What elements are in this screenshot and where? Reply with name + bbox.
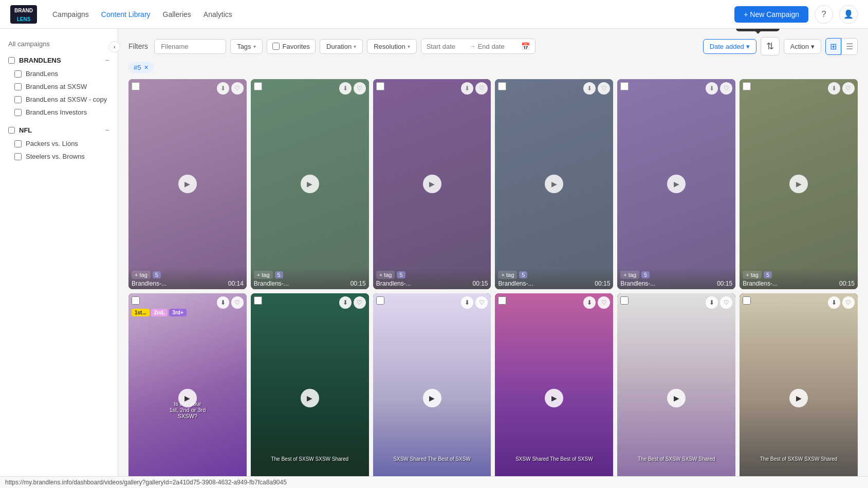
download-button[interactable]: ⬇ xyxy=(461,296,473,309)
favorite-button[interactable]: ♡ xyxy=(354,82,366,95)
new-campaign-button[interactable]: + New Campaign xyxy=(734,6,808,23)
favorite-button[interactable]: ♡ xyxy=(354,296,366,309)
video-card[interactable]: ⬇ ♡ ▶ + tag 5 Brandlens-... 00:15 xyxy=(373,79,491,289)
sidebar-item-brandlens-checkbox[interactable] xyxy=(14,70,22,78)
add-tag-button[interactable]: + tag xyxy=(743,271,762,279)
play-button[interactable]: ▶ xyxy=(301,175,319,193)
add-tag-button[interactable]: + tag xyxy=(620,271,639,279)
sidebar-group-nfl-checkbox[interactable] xyxy=(8,127,15,134)
favorite-button[interactable]: ♡ xyxy=(475,296,488,309)
download-button[interactable]: ⬇ xyxy=(339,82,352,95)
favorite-button[interactable]: ♡ xyxy=(842,296,855,309)
sidebar-item-brandlens-investors-checkbox[interactable] xyxy=(14,109,22,116)
video-card[interactable]: ⬇ ♡ ▶ + tag 5 Brandlens-... 00:15 xyxy=(495,79,613,289)
video-card[interactable]: ⬇ ♡ ▶ SXSW Shared The Best of SXSW + tag… xyxy=(373,293,491,488)
video-card[interactable]: ⬇ ♡ ▶ + tag 5 Brandlens-... 00:15 xyxy=(251,79,369,289)
play-button[interactable]: ▶ xyxy=(178,389,197,407)
add-tag-button[interactable]: + tag xyxy=(254,271,273,279)
favorite-button[interactable]: ♡ xyxy=(598,296,610,309)
card-checkbox[interactable] xyxy=(132,82,140,90)
start-date-input[interactable] xyxy=(427,43,468,50)
sidebar-group-brandlens-checkbox[interactable] xyxy=(8,57,15,64)
sort-order-button[interactable]: ⇅ xyxy=(761,37,780,55)
play-button[interactable]: ▶ xyxy=(789,175,808,193)
resolution-filter-button[interactable]: Resolution ▾ xyxy=(367,39,416,54)
card-checkbox[interactable] xyxy=(498,296,506,305)
favorite-button[interactable]: ♡ xyxy=(475,82,488,95)
video-card[interactable]: ⬇ ♡ ▶ SXSW Shared The Best of SXSW + tag… xyxy=(495,293,613,488)
sidebar-item-brandlens-sxsw-copy-checkbox[interactable] xyxy=(14,96,22,103)
favorites-filter-button[interactable]: Favorites xyxy=(267,39,316,54)
download-button[interactable]: ⬇ xyxy=(706,82,718,95)
duration-filter-button[interactable]: Duration ▾ xyxy=(320,39,363,54)
favorite-button[interactable]: ♡ xyxy=(231,296,244,309)
sidebar-group-nfl-header[interactable]: NFL − xyxy=(0,123,118,137)
sidebar-item-steelers-browns[interactable]: Steelers vs. Browns xyxy=(0,150,118,163)
video-card[interactable]: ⬇ ♡ 1st... 2nd. 3rd+ Is this your1st, 2n… xyxy=(128,293,247,488)
play-button[interactable]: ▶ xyxy=(789,389,808,407)
favorite-button[interactable]: ♡ xyxy=(720,82,732,95)
download-button[interactable]: ⬇ xyxy=(706,296,718,309)
download-button[interactable]: ⬇ xyxy=(583,82,596,95)
video-card[interactable]: ⬇ ♡ ▶ + tag 5 Brandlens-... 00:15 xyxy=(617,79,735,289)
filename-input[interactable] xyxy=(154,39,226,54)
download-button[interactable]: ⬇ xyxy=(217,296,229,309)
list-view-button[interactable]: ☰ xyxy=(841,38,858,55)
play-button[interactable]: ▶ xyxy=(667,175,686,193)
download-button[interactable]: ⬇ xyxy=(583,296,596,309)
favorite-button[interactable]: ♡ xyxy=(598,82,610,95)
video-card[interactable]: ⬇ ♡ ▶ The Best of SXSW SXSW Shared + tag… xyxy=(251,293,369,488)
grid-view-button[interactable]: ⊞ xyxy=(825,38,841,55)
sidebar-item-brandlens-sxsw-copy[interactable]: BrandLens at SXSW - copy xyxy=(0,93,118,106)
card-checkbox[interactable] xyxy=(620,296,629,305)
card-checkbox[interactable] xyxy=(254,296,262,305)
video-card[interactable]: ⬇ ♡ ▶ + tag 5 Brandlens-... 00:14 xyxy=(128,79,247,289)
nav-analytics[interactable]: Analytics xyxy=(204,10,232,18)
add-tag-button[interactable]: + tag xyxy=(498,271,517,279)
calendar-icon[interactable]: 📅 xyxy=(521,42,530,50)
action-button[interactable]: Action ▾ xyxy=(784,39,821,54)
download-button[interactable]: ⬇ xyxy=(828,296,840,309)
nav-content-library[interactable]: Content Library xyxy=(101,10,151,18)
favorite-button[interactable]: ♡ xyxy=(231,82,244,95)
add-tag-button[interactable]: + tag xyxy=(132,271,151,279)
play-button[interactable]: ▶ xyxy=(545,389,563,407)
card-checkbox[interactable] xyxy=(743,82,751,90)
play-button[interactable]: ▶ xyxy=(545,175,563,193)
sidebar-item-brandlens-sxsw-checkbox[interactable] xyxy=(14,83,22,90)
card-checkbox[interactable] xyxy=(743,296,751,305)
play-button[interactable]: ▶ xyxy=(301,389,319,407)
sidebar-item-brandlens-sxsw[interactable]: BrandLens at SXSW xyxy=(0,80,118,93)
sidebar-item-steelers-browns-checkbox[interactable] xyxy=(14,153,22,160)
favorite-button[interactable]: ♡ xyxy=(842,82,855,95)
play-button[interactable]: ▶ xyxy=(423,389,441,407)
date-added-sort-button[interactable]: Date added ▾ xyxy=(703,39,756,54)
favorite-button[interactable]: ♡ xyxy=(720,296,732,309)
card-checkbox[interactable] xyxy=(376,82,384,90)
download-button[interactable]: ⬇ xyxy=(339,296,352,309)
card-checkbox[interactable] xyxy=(376,296,384,305)
nav-galleries[interactable]: Galleries xyxy=(163,10,191,18)
favorites-checkbox[interactable] xyxy=(272,43,280,50)
download-button[interactable]: ⬇ xyxy=(217,82,229,95)
sidebar-item-brandlens[interactable]: BrandLens xyxy=(0,67,118,80)
sidebar-group-brandlens-header[interactable]: BRANDLENS − xyxy=(0,53,118,67)
end-date-input[interactable] xyxy=(478,43,519,50)
video-card[interactable]: ⬇ ♡ ▶ The Best of SXSW SXSW Shared + tag… xyxy=(617,293,735,488)
profile-button[interactable]: 👤 xyxy=(839,5,858,24)
filter-tag-close-btn[interactable]: × xyxy=(144,63,148,71)
video-card[interactable]: ⬇ ♡ ▶ The Best of SXSW SXSW Shared + tag… xyxy=(740,293,858,488)
video-card[interactable]: ⬇ ♡ ▶ + tag 5 Brandlens-... 00:15 xyxy=(740,79,858,289)
tags-filter-button[interactable]: Tags ▾ xyxy=(230,39,262,54)
nav-campaigns[interactable]: Campaigns xyxy=(52,10,89,18)
add-tag-button[interactable]: + tag xyxy=(376,271,395,279)
help-button[interactable]: ? xyxy=(815,5,833,24)
card-checkbox[interactable] xyxy=(498,82,506,90)
play-button[interactable]: ▶ xyxy=(178,175,197,193)
card-checkbox[interactable] xyxy=(254,82,262,90)
play-button[interactable]: ▶ xyxy=(667,389,686,407)
card-checkbox[interactable] xyxy=(620,82,629,90)
sidebar-item-brandlens-investors[interactable]: BrandLens Investors xyxy=(0,106,118,119)
download-button[interactable]: ⬇ xyxy=(461,82,473,95)
play-button[interactable]: ▶ xyxy=(423,175,441,193)
